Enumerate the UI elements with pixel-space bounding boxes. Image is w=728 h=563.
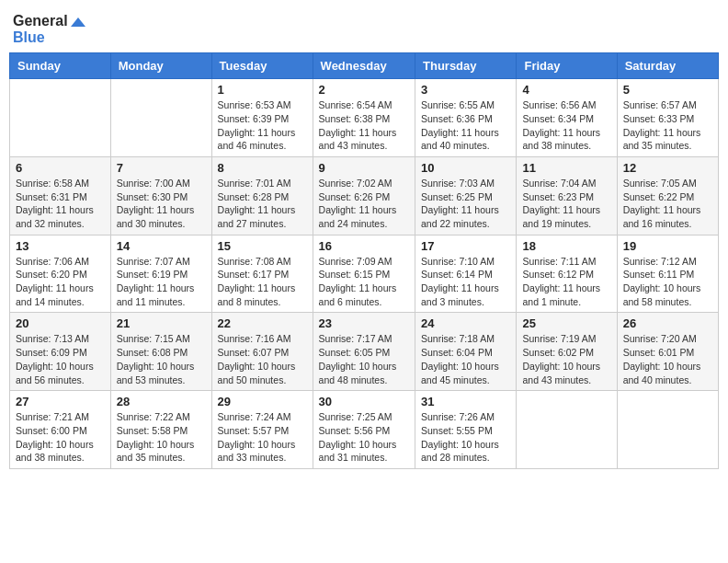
calendar-cell: 14Sunrise: 7:07 AM Sunset: 6:19 PM Dayli…	[110, 235, 211, 313]
day-info: Sunrise: 7:15 AM Sunset: 6:08 PM Dayligh…	[117, 332, 206, 386]
logo: General Blue	[13, 13, 85, 45]
calendar-cell: 15Sunrise: 7:08 AM Sunset: 6:17 PM Dayli…	[211, 235, 313, 313]
day-info: Sunrise: 7:25 AM Sunset: 5:56 PM Dayligh…	[319, 410, 409, 465]
weekday-header-saturday: Saturday	[617, 53, 718, 79]
day-info: Sunrise: 6:57 AM Sunset: 6:33 PM Dayligh…	[623, 98, 712, 153]
day-info: Sunrise: 6:55 AM Sunset: 6:36 PM Dayligh…	[421, 98, 510, 153]
day-number: 14	[117, 239, 206, 253]
calendar-cell: 5Sunrise: 6:57 AM Sunset: 6:33 PM Daylig…	[617, 79, 718, 157]
calendar-cell: 20Sunrise: 7:13 AM Sunset: 6:09 PM Dayli…	[10, 313, 111, 391]
day-number: 31	[421, 395, 510, 408]
day-number: 1	[218, 83, 307, 97]
day-info: Sunrise: 7:01 AM Sunset: 6:28 PM Dayligh…	[218, 177, 307, 231]
weekday-header-tuesday: Tuesday	[211, 53, 313, 79]
day-number: 26	[623, 316, 712, 330]
day-number: 15	[218, 239, 307, 253]
calendar-cell	[10, 79, 111, 157]
day-info: Sunrise: 7:09 AM Sunset: 6:15 PM Dayligh…	[319, 255, 409, 309]
logo-text: General Blue	[13, 13, 85, 45]
day-info: Sunrise: 7:10 AM Sunset: 6:14 PM Dayligh…	[421, 255, 510, 309]
day-info: Sunrise: 7:08 AM Sunset: 6:17 PM Dayligh…	[218, 255, 307, 309]
day-number: 5	[623, 83, 712, 97]
calendar-cell: 21Sunrise: 7:15 AM Sunset: 6:08 PM Dayli…	[110, 313, 211, 391]
calendar-table: SundayMondayTuesdayWednesdayThursdayFrid…	[9, 52, 719, 469]
calendar-cell: 16Sunrise: 7:09 AM Sunset: 6:15 PM Dayli…	[313, 235, 415, 313]
day-number: 8	[218, 161, 307, 175]
weekday-header-friday: Friday	[517, 53, 617, 79]
day-info: Sunrise: 7:16 AM Sunset: 6:07 PM Dayligh…	[218, 332, 307, 386]
calendar-cell: 10Sunrise: 7:03 AM Sunset: 6:25 PM Dayli…	[415, 156, 517, 235]
day-info: Sunrise: 7:06 AM Sunset: 6:20 PM Dayligh…	[16, 255, 105, 309]
day-number: 17	[421, 239, 510, 253]
day-number: 19	[623, 239, 712, 253]
day-info: Sunrise: 7:26 AM Sunset: 5:55 PM Dayligh…	[421, 410, 510, 465]
calendar-cell: 17Sunrise: 7:10 AM Sunset: 6:14 PM Dayli…	[415, 235, 517, 313]
day-info: Sunrise: 7:21 AM Sunset: 6:00 PM Dayligh…	[16, 410, 105, 465]
calendar-cell: 9Sunrise: 7:02 AM Sunset: 6:26 PM Daylig…	[313, 156, 415, 235]
calendar-cell: 30Sunrise: 7:25 AM Sunset: 5:56 PM Dayli…	[313, 391, 415, 469]
calendar-week-row: 6Sunrise: 6:58 AM Sunset: 6:31 PM Daylig…	[10, 156, 719, 235]
day-number: 25	[522, 316, 610, 330]
calendar-cell: 6Sunrise: 6:58 AM Sunset: 6:31 PM Daylig…	[10, 156, 111, 235]
calendar-week-row: 13Sunrise: 7:06 AM Sunset: 6:20 PM Dayli…	[10, 235, 719, 313]
day-number: 22	[218, 316, 307, 330]
day-number: 6	[16, 161, 105, 175]
weekday-header-monday: Monday	[110, 53, 211, 79]
day-number: 3	[421, 83, 510, 97]
day-number: 20	[16, 316, 105, 330]
day-number: 24	[421, 316, 510, 330]
day-number: 2	[319, 83, 409, 97]
day-number: 29	[218, 395, 307, 408]
day-number: 12	[623, 161, 712, 175]
weekday-header-sunday: Sunday	[10, 53, 111, 79]
calendar-cell: 7Sunrise: 7:00 AM Sunset: 6:30 PM Daylig…	[110, 156, 211, 235]
day-info: Sunrise: 7:24 AM Sunset: 5:57 PM Dayligh…	[218, 410, 307, 465]
day-info: Sunrise: 7:17 AM Sunset: 6:05 PM Dayligh…	[319, 332, 409, 386]
calendar-week-row: 27Sunrise: 7:21 AM Sunset: 6:00 PM Dayli…	[10, 391, 719, 469]
day-info: Sunrise: 6:56 AM Sunset: 6:34 PM Dayligh…	[522, 98, 610, 153]
day-info: Sunrise: 7:18 AM Sunset: 6:04 PM Dayligh…	[421, 332, 510, 386]
calendar-week-row: 20Sunrise: 7:13 AM Sunset: 6:09 PM Dayli…	[10, 313, 719, 391]
day-info: Sunrise: 7:22 AM Sunset: 5:58 PM Dayligh…	[117, 410, 206, 465]
calendar-cell: 1Sunrise: 6:53 AM Sunset: 6:39 PM Daylig…	[211, 79, 313, 157]
calendar-cell: 29Sunrise: 7:24 AM Sunset: 5:57 PM Dayli…	[211, 391, 313, 469]
day-number: 13	[16, 239, 105, 253]
weekday-header-thursday: Thursday	[415, 53, 517, 79]
day-number: 10	[421, 161, 510, 175]
page-header: General Blue	[9, 9, 719, 45]
calendar-cell: 3Sunrise: 6:55 AM Sunset: 6:36 PM Daylig…	[415, 79, 517, 157]
day-info: Sunrise: 7:19 AM Sunset: 6:02 PM Dayligh…	[522, 332, 610, 386]
calendar-cell: 13Sunrise: 7:06 AM Sunset: 6:20 PM Dayli…	[10, 235, 111, 313]
day-info: Sunrise: 7:05 AM Sunset: 6:22 PM Dayligh…	[623, 177, 712, 231]
day-number: 27	[16, 395, 105, 408]
day-number: 7	[117, 161, 206, 175]
calendar-cell: 19Sunrise: 7:12 AM Sunset: 6:11 PM Dayli…	[617, 235, 718, 313]
day-number: 11	[522, 161, 610, 175]
day-number: 21	[117, 316, 206, 330]
calendar-cell: 12Sunrise: 7:05 AM Sunset: 6:22 PM Dayli…	[617, 156, 718, 235]
day-info: Sunrise: 7:11 AM Sunset: 6:12 PM Dayligh…	[522, 255, 610, 309]
calendar-cell: 24Sunrise: 7:18 AM Sunset: 6:04 PM Dayli…	[415, 313, 517, 391]
day-info: Sunrise: 7:13 AM Sunset: 6:09 PM Dayligh…	[16, 332, 105, 386]
day-number: 16	[319, 239, 409, 253]
calendar-header-row: SundayMondayTuesdayWednesdayThursdayFrid…	[10, 53, 719, 79]
day-number: 4	[522, 83, 610, 97]
calendar-cell	[617, 391, 718, 469]
calendar-week-row: 1Sunrise: 6:53 AM Sunset: 6:39 PM Daylig…	[10, 79, 719, 157]
day-info: Sunrise: 7:07 AM Sunset: 6:19 PM Dayligh…	[117, 255, 206, 309]
day-info: Sunrise: 7:12 AM Sunset: 6:11 PM Dayligh…	[623, 255, 712, 309]
calendar-cell: 23Sunrise: 7:17 AM Sunset: 6:05 PM Dayli…	[313, 313, 415, 391]
weekday-header-wednesday: Wednesday	[313, 53, 415, 79]
day-info: Sunrise: 7:02 AM Sunset: 6:26 PM Dayligh…	[319, 177, 409, 231]
day-info: Sunrise: 7:00 AM Sunset: 6:30 PM Dayligh…	[117, 177, 206, 231]
day-number: 28	[117, 395, 206, 408]
calendar-cell	[517, 391, 617, 469]
calendar-cell: 2Sunrise: 6:54 AM Sunset: 6:38 PM Daylig…	[313, 79, 415, 157]
calendar-cell: 11Sunrise: 7:04 AM Sunset: 6:23 PM Dayli…	[517, 156, 617, 235]
day-info: Sunrise: 6:58 AM Sunset: 6:31 PM Dayligh…	[16, 177, 105, 231]
calendar-cell: 4Sunrise: 6:56 AM Sunset: 6:34 PM Daylig…	[517, 79, 617, 157]
day-info: Sunrise: 7:03 AM Sunset: 6:25 PM Dayligh…	[421, 177, 510, 231]
day-number: 23	[319, 316, 409, 330]
day-info: Sunrise: 6:54 AM Sunset: 6:38 PM Dayligh…	[319, 98, 409, 153]
day-info: Sunrise: 6:53 AM Sunset: 6:39 PM Dayligh…	[218, 98, 307, 153]
